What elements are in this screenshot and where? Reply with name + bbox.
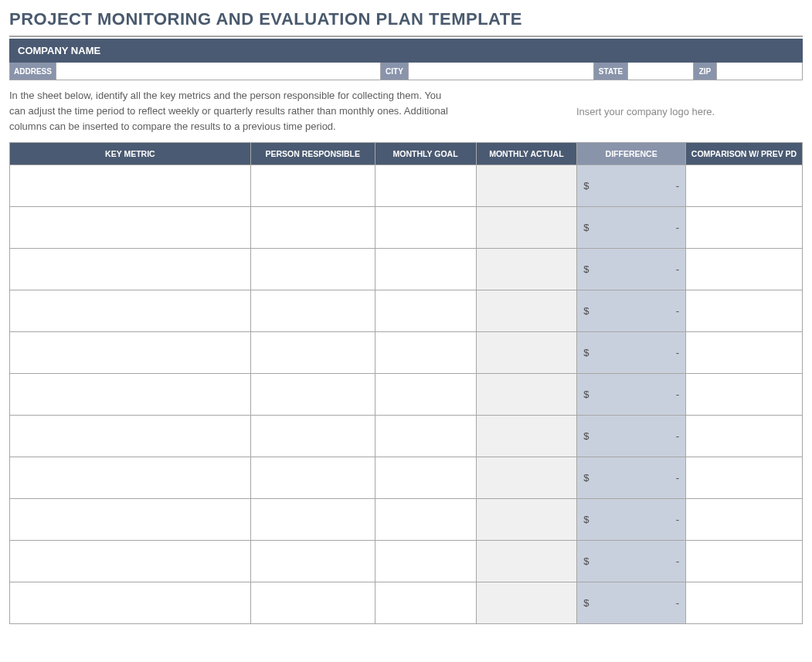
cell-goal[interactable] (375, 457, 476, 499)
cell-actual[interactable] (476, 290, 577, 332)
cell-actual[interactable] (476, 249, 577, 290)
diff-dash: - (676, 472, 679, 484)
cell-person[interactable] (250, 332, 375, 374)
cell-comparison[interactable] (686, 249, 803, 290)
cell-comparison[interactable] (686, 374, 803, 416)
cell-person[interactable] (250, 416, 375, 457)
diff-currency: $ (583, 305, 589, 317)
diff-dash: - (676, 597, 679, 609)
diff-dash: - (676, 305, 679, 317)
cell-difference: $- (577, 457, 686, 499)
header-person: PERSON RESPONSIBLE (250, 143, 375, 165)
cell-comparison[interactable] (686, 416, 803, 457)
table-row: $- (10, 541, 803, 582)
cell-difference: $- (577, 374, 686, 416)
diff-dash: - (676, 555, 679, 567)
zip-label: ZIP (694, 63, 717, 80)
cell-comparison[interactable] (686, 207, 803, 249)
cell-key-metric[interactable] (10, 374, 251, 416)
table-row: $- (10, 207, 803, 249)
cell-person[interactable] (250, 541, 375, 582)
cell-key-metric[interactable] (10, 457, 251, 499)
table-row: $- (10, 457, 803, 499)
cell-actual[interactable] (476, 374, 577, 416)
cell-actual[interactable] (476, 457, 577, 499)
city-label: CITY (381, 63, 409, 80)
address-input[interactable] (56, 63, 381, 80)
cell-person[interactable] (250, 290, 375, 332)
cell-person[interactable] (250, 249, 375, 290)
cell-comparison[interactable] (686, 499, 803, 541)
cell-person[interactable] (250, 582, 375, 624)
cell-difference: $- (577, 582, 686, 624)
cell-key-metric[interactable] (10, 165, 251, 207)
cell-key-metric[interactable] (10, 541, 251, 582)
diff-currency: $ (583, 472, 589, 484)
cell-person[interactable] (250, 374, 375, 416)
cell-difference: $- (577, 207, 686, 249)
cell-goal[interactable] (375, 165, 476, 207)
diff-dash: - (676, 263, 679, 275)
diff-currency: $ (583, 263, 589, 275)
cell-key-metric[interactable] (10, 582, 251, 624)
diff-dash: - (676, 222, 679, 233)
cell-goal[interactable] (375, 374, 476, 416)
cell-goal[interactable] (375, 207, 476, 249)
diff-dash: - (676, 180, 679, 192)
cell-key-metric[interactable] (10, 290, 251, 332)
cell-goal[interactable] (375, 332, 476, 374)
state-label: STATE (594, 63, 628, 80)
diff-currency: $ (583, 555, 589, 567)
cell-key-metric[interactable] (10, 249, 251, 290)
cell-comparison[interactable] (686, 290, 803, 332)
table-row: $- (10, 290, 803, 332)
diff-currency: $ (583, 430, 589, 442)
cell-difference: $- (577, 332, 686, 374)
cell-goal[interactable] (375, 290, 476, 332)
header-key-metric: KEY METRIC (10, 143, 251, 165)
cell-person[interactable] (250, 499, 375, 541)
cell-person[interactable] (250, 165, 375, 207)
cell-goal[interactable] (375, 416, 476, 457)
cell-goal[interactable] (375, 249, 476, 290)
cell-comparison[interactable] (686, 165, 803, 207)
cell-difference: $- (577, 249, 686, 290)
cell-comparison[interactable] (686, 457, 803, 499)
table-row: $- (10, 332, 803, 374)
cell-difference: $- (577, 165, 686, 207)
cell-key-metric[interactable] (10, 207, 251, 249)
cell-actual[interactable] (476, 541, 577, 582)
cell-comparison[interactable] (686, 332, 803, 374)
cell-comparison[interactable] (686, 582, 803, 624)
header-goal: MONTHLY GOAL (375, 143, 476, 165)
cell-person[interactable] (250, 457, 375, 499)
diff-dash: - (676, 347, 679, 358)
table-header-row: KEY METRIC PERSON RESPONSIBLE MONTHLY GO… (10, 143, 803, 165)
cell-key-metric[interactable] (10, 499, 251, 541)
cell-key-metric[interactable] (10, 332, 251, 374)
city-input[interactable] (409, 63, 594, 80)
page-title: PROJECT MONITORING AND EVALUATION PLAN T… (9, 9, 803, 37)
cell-goal[interactable] (375, 499, 476, 541)
cell-actual[interactable] (476, 416, 577, 457)
table-row: $- (10, 499, 803, 541)
logo-placeholder: Insert your company logo here. (488, 106, 803, 117)
cell-actual[interactable] (476, 332, 577, 374)
cell-actual[interactable] (476, 207, 577, 249)
table-row: $- (10, 374, 803, 416)
cell-comparison[interactable] (686, 541, 803, 582)
zip-input[interactable] (717, 63, 802, 80)
diff-currency: $ (583, 180, 589, 192)
cell-difference: $- (577, 499, 686, 541)
metrics-table: KEY METRIC PERSON RESPONSIBLE MONTHLY GO… (9, 142, 803, 624)
cell-actual[interactable] (476, 165, 577, 207)
cell-actual[interactable] (476, 582, 577, 624)
cell-goal[interactable] (375, 541, 476, 582)
cell-key-metric[interactable] (10, 416, 251, 457)
cell-goal[interactable] (375, 582, 476, 624)
cell-actual[interactable] (476, 499, 577, 541)
diff-currency: $ (583, 514, 589, 525)
state-input[interactable] (628, 63, 694, 80)
cell-person[interactable] (250, 207, 375, 249)
header-actual: MONTHLY ACTUAL (476, 143, 577, 165)
